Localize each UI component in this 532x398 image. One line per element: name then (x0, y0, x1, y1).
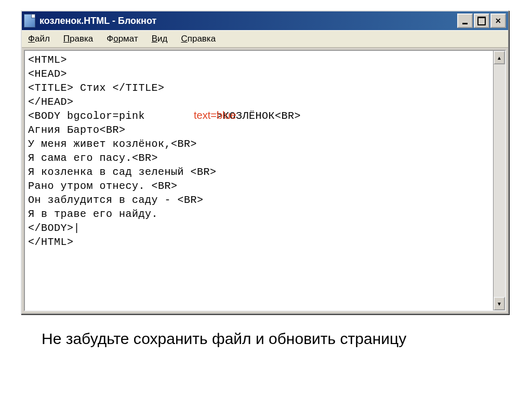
client-area: <HTML> <HEAD> <TITLE> Стих </TITLE> </HE… (24, 50, 506, 311)
titlebar[interactable]: козленок.HTML - Блокнот (22, 11, 508, 30)
close-icon (495, 17, 501, 25)
app-icon (24, 14, 35, 28)
menu-view[interactable]: Вид (149, 33, 171, 45)
menu-format[interactable]: Формат (103, 33, 141, 45)
slide-caption: Не забудьте сохранить файл и обновить ст… (42, 330, 488, 348)
menu-file[interactable]: Файл (25, 33, 53, 45)
minimize-icon (462, 23, 468, 24)
notepad-window: козленок.HTML - Блокнот Файл Правка Форм… (21, 10, 509, 314)
menu-help[interactable]: Справка (178, 33, 219, 45)
close-button[interactable] (490, 13, 506, 28)
scroll-track[interactable] (494, 64, 505, 297)
minimize-button[interactable] (457, 13, 473, 28)
window-title: козленок.HTML - Блокнот (39, 16, 457, 26)
window-controls (457, 13, 506, 28)
maximize-icon (477, 17, 486, 25)
annotation-overlay: text=blue (194, 109, 236, 121)
scroll-up-button[interactable]: ▲ (494, 51, 505, 64)
menu-edit[interactable]: Правка (60, 33, 96, 45)
vertical-scrollbar[interactable]: ▲ ▼ (493, 51, 505, 310)
menubar: Файл Правка Формат Вид Справка (22, 30, 508, 48)
text-editor[interactable]: <HTML> <HEAD> <TITLE> Стих </TITLE> </HE… (25, 51, 493, 310)
maximize-button[interactable] (474, 13, 489, 28)
scroll-down-button[interactable]: ▼ (494, 297, 505, 310)
